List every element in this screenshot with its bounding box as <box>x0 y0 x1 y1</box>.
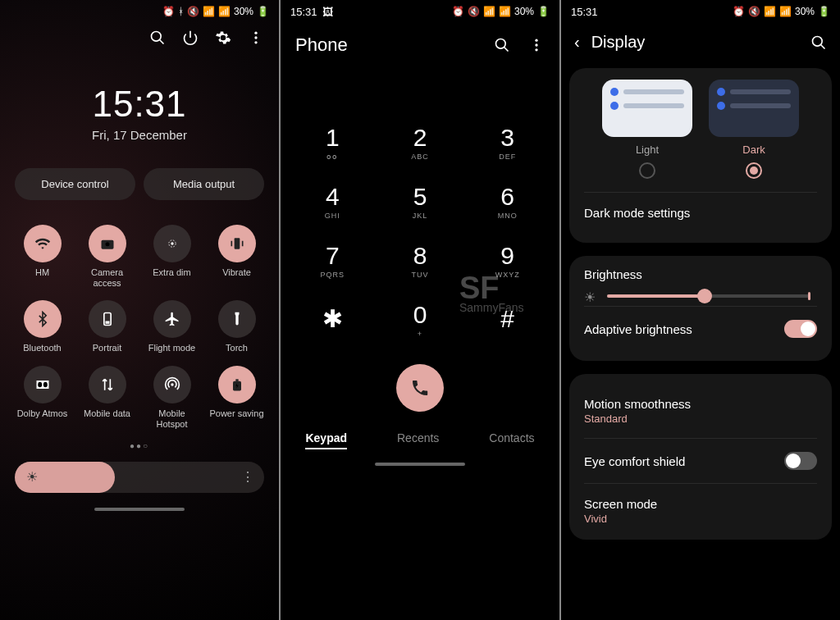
status-bar: 15:31🖼 ⏰ 🔇 📶 📶 30% 🔋 <box>281 0 559 23</box>
wifi-icon: 📶 <box>764 6 776 17</box>
camera-icon <box>99 235 116 252</box>
keypad-0[interactable]: 0+ <box>377 290 464 349</box>
keypad-9[interactable]: 9WXYZ <box>463 231 551 290</box>
bluetooth-icon <box>34 311 51 327</box>
svg-point-2 <box>254 36 257 39</box>
brightness-slider[interactable]: ☀ ⋮ <box>15 462 264 493</box>
mute-icon: 🔇 <box>748 6 760 17</box>
dolby-icon <box>34 376 51 393</box>
keypad-5[interactable]: 5JKL <box>377 172 464 231</box>
svg-rect-16 <box>235 379 238 381</box>
svg-point-17 <box>496 39 506 49</box>
call-button[interactable] <box>396 364 444 412</box>
adaptive-brightness-toggle[interactable] <box>784 320 817 338</box>
brightness-slider[interactable] <box>607 294 810 298</box>
qs-tile-dim[interactable]: Extra dim <box>139 225 204 289</box>
settings-title: Display <box>591 33 799 52</box>
keypad-7[interactable]: 7PQRS <box>289 231 377 290</box>
nav-handle[interactable] <box>94 508 185 511</box>
screenshot-icon: 🖼 <box>322 6 333 18</box>
sun-icon: ☀ <box>584 289 597 303</box>
power-icon[interactable] <box>182 30 199 46</box>
search-icon[interactable] <box>810 34 827 51</box>
qs-tile-battery[interactable]: Power saving <box>204 366 269 430</box>
svg-point-18 <box>535 39 537 42</box>
keypad-6[interactable]: 6MNO <box>463 172 551 231</box>
display-settings: 15:31 ⏰ 🔇 📶 📶 30% 🔋 ‹ Display LightDark … <box>561 0 840 620</box>
alarm-icon: ⏰ <box>733 6 745 17</box>
adaptive-brightness-row[interactable]: Adaptive brightness <box>584 308 817 349</box>
signal-icon: 📶 <box>779 6 792 17</box>
keypad-✱[interactable]: ✱ <box>289 290 377 349</box>
status-time: 15:31 <box>290 6 317 18</box>
signal-icon: 📶 <box>499 6 511 17</box>
battery-icon: 🔋 <box>257 6 269 17</box>
nav-handle[interactable] <box>375 463 465 466</box>
tab-keypad[interactable]: Keypad <box>305 431 347 449</box>
qs-tile-camera[interactable]: Camera access <box>75 225 139 289</box>
theme-radio[interactable] <box>746 162 762 179</box>
theme-radio[interactable] <box>639 162 655 179</box>
keypad-8[interactable]: 8TUV <box>377 231 464 290</box>
tab-contacts[interactable]: Contacts <box>489 431 534 449</box>
eye-comfort-toggle[interactable] <box>784 452 817 470</box>
brightness-more-icon[interactable]: ⋮ <box>241 469 254 485</box>
search-icon[interactable] <box>149 30 166 46</box>
dark-mode-settings-row[interactable]: Dark mode settings <box>584 194 817 231</box>
keypad-3[interactable]: 3DEF <box>463 113 551 172</box>
keypad-4[interactable]: 4GHI <box>289 172 377 231</box>
qs-tile-plane[interactable]: Flight mode <box>139 300 204 353</box>
portrait-icon <box>99 311 116 327</box>
clock-section: 15:31 Fri, 17 December <box>0 52 279 157</box>
qs-tile-wifi[interactable]: HM <box>10 225 75 289</box>
clock-time: 15:31 <box>0 84 279 125</box>
status-bar: ⏰ ᚼ 🔇 📶 📶 30% 🔋 <box>0 0 279 23</box>
qs-tile-data[interactable]: Mobile data <box>75 366 139 430</box>
clock-date: Fri, 17 December <box>0 128 279 142</box>
keypad-1[interactable]: 1ᴏᴏ <box>289 113 377 172</box>
bluetooth-icon: ᚼ <box>178 6 184 17</box>
sun-icon: ☀ <box>26 469 38 485</box>
svg-rect-10 <box>105 321 109 324</box>
page-indicator: ●●○ <box>0 436 279 455</box>
mute-icon: 🔇 <box>468 6 480 17</box>
mute-icon: 🔇 <box>187 6 199 17</box>
display-options-card: Motion smoothness Standard Eye comfort s… <box>569 374 832 540</box>
alarm-icon: ⏰ <box>452 6 464 17</box>
wifi-icon <box>34 235 51 252</box>
search-icon[interactable] <box>494 37 510 53</box>
theme-option-light[interactable]: Light <box>602 80 692 179</box>
more-icon[interactable] <box>528 37 545 53</box>
status-time: 15:31 <box>571 6 598 18</box>
back-icon[interactable]: ‹ <box>574 33 580 52</box>
data-icon <box>99 376 116 393</box>
alarm-icon: ⏰ <box>162 6 175 17</box>
theme-option-dark[interactable]: Dark <box>709 80 799 179</box>
theme-card: LightDark Dark mode settings <box>569 68 832 243</box>
qs-tile-bluetooth[interactable]: Bluetooth <box>10 300 75 353</box>
qs-tile-hotspot[interactable]: Mobile Hotspot <box>139 366 204 430</box>
keypad-2[interactable]: 2ABC <box>377 113 464 172</box>
wifi-icon: 📶 <box>483 6 495 17</box>
svg-point-7 <box>171 242 173 244</box>
gear-icon[interactable] <box>215 30 231 46</box>
qs-tile-dolby[interactable]: Dolby Atmos <box>10 366 75 430</box>
qs-header-actions <box>0 23 279 52</box>
screen-mode-row[interactable]: Screen mode Vivid <box>584 486 817 528</box>
phone-title: Phone <box>295 34 348 56</box>
hotspot-icon <box>164 376 180 393</box>
keypad-#[interactable]: # <box>463 290 551 349</box>
svg-point-1 <box>254 32 257 34</box>
qs-tile-portrait[interactable]: Portrait <box>75 300 139 353</box>
svg-point-12 <box>38 381 42 387</box>
tab-recents[interactable]: Recents <box>397 431 439 449</box>
qs-tile-torch[interactable]: Torch <box>204 300 269 353</box>
phone-icon <box>410 378 430 398</box>
motion-smoothness-row[interactable]: Motion smoothness Standard <box>584 385 817 436</box>
eye-comfort-row[interactable]: Eye comfort shield <box>584 440 817 481</box>
qs-tile-vibrate[interactable]: Vibrate <box>204 225 269 289</box>
media-output-button[interactable]: Media output <box>144 168 264 200</box>
device-control-button[interactable]: Device control <box>15 168 135 200</box>
more-icon[interactable] <box>248 30 264 46</box>
plane-icon <box>164 311 180 327</box>
